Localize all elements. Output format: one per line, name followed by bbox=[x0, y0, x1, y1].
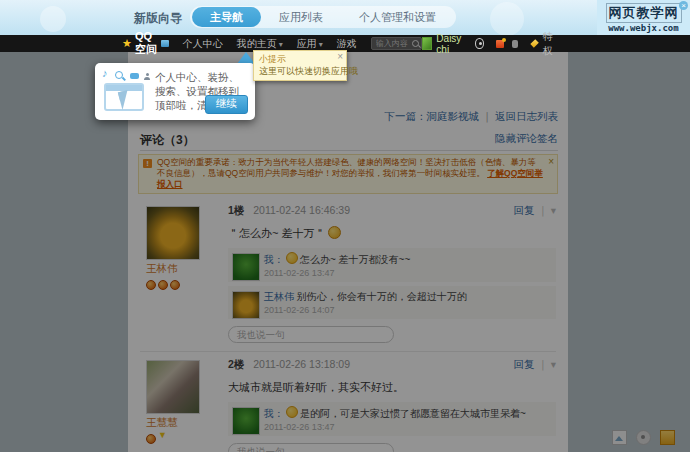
close-icon[interactable]: × bbox=[337, 51, 343, 62]
user-name[interactable]: Daisy chi bbox=[436, 33, 467, 55]
star-icon: ★ bbox=[122, 37, 132, 50]
user-avatar[interactable] bbox=[422, 37, 432, 50]
chevron-down-icon: ▾ bbox=[279, 40, 283, 49]
gear-icon[interactable] bbox=[475, 38, 484, 49]
guide-bar: 新版向导 主导航 应用列表 个人管理和设置 bbox=[0, 0, 690, 35]
tab-main-nav[interactable]: 主导航 bbox=[192, 7, 261, 27]
nav-apps[interactable]: 应用▾ bbox=[297, 37, 323, 51]
privilege-label[interactable]: 特权 bbox=[543, 30, 558, 58]
qzone-logo[interactable]: QQ空间 bbox=[135, 30, 159, 57]
nav-personal-center[interactable]: 个人中心 bbox=[183, 37, 223, 51]
site-watermark: 网页教学网 www.webjx.com × bbox=[597, 0, 690, 35]
search-icon bbox=[115, 71, 123, 79]
tab-personal-settings[interactable]: 个人管理和设置 bbox=[341, 7, 454, 27]
search-box bbox=[371, 37, 422, 50]
tip-popup: 小提示 × 这里可以快速切换应用哦 bbox=[253, 50, 347, 81]
chat-icon[interactable] bbox=[512, 40, 519, 48]
nav-user-area: Daisy chi 特权 bbox=[422, 30, 558, 58]
chat-bubble-icon bbox=[130, 73, 139, 79]
vip-badge-icon bbox=[161, 40, 169, 47]
nav-games[interactable]: 游戏 bbox=[337, 37, 357, 51]
nav-my-home[interactable]: 我的主页▾ bbox=[237, 37, 283, 51]
tab-app-list[interactable]: 应用列表 bbox=[261, 7, 341, 27]
search-icon[interactable] bbox=[412, 40, 419, 47]
close-icon[interactable]: × bbox=[679, 1, 688, 10]
person-icon bbox=[144, 77, 150, 80]
guide-label: 新版向导 bbox=[134, 10, 182, 27]
search-input[interactable] bbox=[376, 38, 411, 49]
guide-tabs: 主导航 应用列表 个人管理和设置 bbox=[190, 6, 456, 28]
music-note-icon: ♪ bbox=[102, 67, 108, 79]
tip-body: 这里可以快速切换应用哦 bbox=[259, 65, 358, 78]
tutorial-illustration: ♪ bbox=[102, 69, 152, 115]
watermark-title: 网页教学网 bbox=[606, 3, 682, 23]
watermark-url: www.webjx.com bbox=[597, 23, 690, 33]
continue-button[interactable]: 继续 bbox=[205, 95, 248, 114]
qzone-tutorial-page: 下一篇：洞庭影视城 ｜ 返回日志列表 评论（3） 隐藏评论签名 ! QQ空间的重… bbox=[0, 0, 690, 452]
tutorial-card: ♪ 个人中心、装扮、搜索、设置都移到顶部啦，清晰方便 继续 bbox=[95, 63, 255, 120]
yellow-diamond-icon[interactable] bbox=[531, 39, 540, 48]
mail-icon[interactable] bbox=[496, 40, 504, 48]
chevron-down-icon: ▾ bbox=[319, 40, 323, 49]
